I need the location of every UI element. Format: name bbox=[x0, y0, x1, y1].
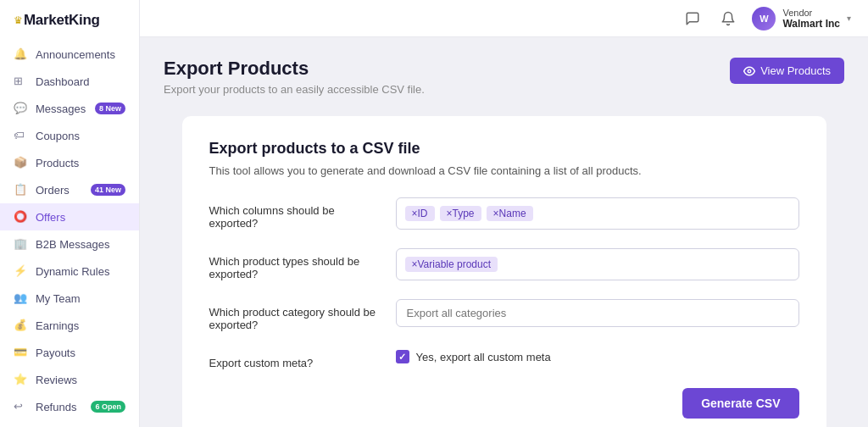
sidebar-item-earnings[interactable]: 💰Earnings bbox=[0, 312, 139, 339]
sidebar-nav: 🔔Announcements⊞Dashboard💬Messages8 New🏷C… bbox=[0, 37, 139, 427]
sidebar-item-payouts[interactable]: 💳Payouts bbox=[0, 339, 139, 366]
custom-meta-checkbox-row: Yes, export all custom meta bbox=[396, 350, 799, 363]
coupons-icon: 🏷 bbox=[14, 129, 27, 142]
vendor-avatar: W bbox=[752, 7, 776, 30]
b2b-messages-icon: 🏢 bbox=[14, 237, 27, 251]
category-row: Which product category should be exporte… bbox=[209, 299, 799, 331]
sidebar-item-label-messages: Messages bbox=[36, 103, 86, 115]
tag-name[interactable]: ×Name bbox=[487, 206, 533, 221]
bell-icon[interactable] bbox=[716, 7, 740, 30]
sidebar-item-announcements[interactable]: 🔔Announcements bbox=[0, 41, 139, 68]
offers-icon: ⭕ bbox=[14, 210, 27, 224]
announcements-icon: 🔔 bbox=[14, 47, 27, 61]
tag-variable-product[interactable]: ×Variable product bbox=[405, 257, 498, 272]
view-products-label: View Products bbox=[760, 64, 831, 77]
sidebar-item-label-reviews: Reviews bbox=[36, 374, 77, 386]
export-card: Export products to a CSV file This tool … bbox=[182, 116, 826, 427]
topbar: W Vendor Walmart Inc ▾ bbox=[140, 0, 868, 37]
sidebar-item-label-offers: Offers bbox=[36, 211, 65, 224]
reviews-icon: ⭐ bbox=[14, 373, 27, 386]
refunds-icon: ↩ bbox=[14, 400, 27, 413]
orders-icon: 📋 bbox=[14, 183, 27, 197]
sidebar-item-coupons[interactable]: 🏷Coupons bbox=[0, 122, 139, 149]
tag-name-label: ×Name bbox=[493, 208, 526, 219]
columns-row: Which columns should be exported? ×ID ×T… bbox=[209, 197, 799, 230]
logo-text: MarketKing bbox=[24, 12, 100, 29]
vendor-dropdown[interactable]: W Vendor Walmart Inc ▾ bbox=[752, 7, 851, 30]
sidebar-item-orders[interactable]: 📋Orders41 New bbox=[0, 176, 139, 203]
columns-field[interactable]: ×ID ×Type ×Name bbox=[396, 197, 799, 230]
category-field[interactable] bbox=[396, 299, 799, 327]
custom-meta-field: Yes, export all custom meta bbox=[396, 350, 799, 363]
logo-crown-icon: ♛ bbox=[14, 14, 23, 26]
sidebar-item-label-coupons: Coupons bbox=[36, 130, 80, 142]
custom-meta-row: Export custom meta? Yes, export all cust… bbox=[209, 350, 799, 369]
sidebar-item-label-dynamic-rules: Dynamic Rules bbox=[36, 265, 109, 278]
tag-id[interactable]: ×ID bbox=[405, 206, 435, 221]
sidebar-item-label-my-team: My Team bbox=[36, 292, 81, 305]
product-types-row: Which product types should be exported? … bbox=[209, 248, 799, 280]
columns-label: Which columns should be exported? bbox=[209, 197, 379, 230]
product-types-field[interactable]: ×Variable product bbox=[396, 248, 799, 280]
logo: ♛ MarketKing bbox=[0, 0, 139, 37]
page-header: Export Products Export your products to … bbox=[164, 58, 844, 96]
custom-meta-checkbox[interactable] bbox=[396, 350, 409, 363]
custom-meta-label: Export custom meta? bbox=[209, 350, 379, 369]
sidebar-item-label-products: Products bbox=[36, 157, 79, 169]
badge-messages: 8 New bbox=[95, 103, 125, 114]
sidebar-item-label-announcements: Announcements bbox=[36, 48, 115, 61]
tag-type-label: ×Type bbox=[447, 208, 475, 219]
sidebar-item-b2b-messages[interactable]: 🏢B2B Messages bbox=[0, 230, 139, 258]
generate-csv-button[interactable]: Generate CSV bbox=[682, 388, 798, 419]
earnings-icon: 💰 bbox=[14, 319, 27, 332]
product-types-label: Which product types should be exported? bbox=[209, 248, 379, 280]
dynamic-rules-icon: ⚡ bbox=[14, 264, 27, 278]
sidebar-item-label-earnings: Earnings bbox=[36, 319, 79, 332]
vendor-label: Vendor bbox=[782, 8, 840, 18]
svg-point-0 bbox=[748, 69, 751, 73]
badge-orders: 41 New bbox=[91, 184, 125, 196]
custom-meta-checkbox-label: Yes, export all custom meta bbox=[416, 351, 551, 363]
sidebar-item-refunds[interactable]: ↩Refunds6 Open bbox=[0, 393, 139, 420]
category-input[interactable] bbox=[396, 299, 799, 327]
eye-icon bbox=[743, 65, 755, 77]
card-description: This tool allows you to generate and dow… bbox=[209, 164, 799, 177]
page-title: Export Products bbox=[164, 58, 425, 80]
main-area: W Vendor Walmart Inc ▾ Export Products E… bbox=[140, 0, 868, 427]
sidebar-item-label-orders: Orders bbox=[36, 184, 70, 197]
payouts-icon: 💳 bbox=[14, 346, 27, 359]
badge-refunds: 6 Open bbox=[91, 401, 125, 413]
sidebar-item-label-b2b-messages: B2B Messages bbox=[36, 238, 109, 251]
sidebar-item-offers[interactable]: ⭕Offers bbox=[0, 203, 139, 230]
chat-icon[interactable] bbox=[681, 7, 704, 30]
sidebar-item-reviews[interactable]: ⭐Reviews bbox=[0, 366, 139, 393]
page-subtitle: Export your products to an easily access… bbox=[164, 83, 425, 96]
tag-id-label: ×ID bbox=[412, 208, 428, 219]
category-label: Which product category should be exporte… bbox=[209, 299, 379, 331]
vendor-name: Walmart Inc bbox=[782, 18, 840, 30]
sidebar-item-messages[interactable]: 💬Messages8 New bbox=[0, 95, 139, 122]
sidebar-item-dashboard[interactable]: ⊞Dashboard bbox=[0, 68, 139, 95]
sidebar: ♛ MarketKing 🔔Announcements⊞Dashboard💬Me… bbox=[0, 0, 140, 427]
sidebar-item-label-dashboard: Dashboard bbox=[36, 75, 90, 88]
columns-tags-input[interactable]: ×ID ×Type ×Name bbox=[396, 197, 799, 230]
sidebar-item-label-payouts: Payouts bbox=[36, 347, 75, 359]
dashboard-icon: ⊞ bbox=[14, 75, 27, 88]
my-team-icon: 👥 bbox=[14, 291, 27, 305]
generate-row: Generate CSV bbox=[209, 388, 799, 419]
page-content: Export Products Export your products to … bbox=[140, 37, 868, 427]
view-products-button[interactable]: View Products bbox=[730, 58, 844, 84]
chevron-down-icon: ▾ bbox=[847, 14, 851, 23]
sidebar-item-products[interactable]: 📦Products bbox=[0, 149, 139, 176]
sidebar-item-docs[interactable]: 📄Docs bbox=[0, 420, 139, 427]
sidebar-item-label-refunds: Refunds bbox=[36, 401, 76, 413]
sidebar-item-my-team[interactable]: 👥My Team bbox=[0, 285, 139, 312]
messages-icon: 💬 bbox=[14, 102, 27, 115]
sidebar-item-dynamic-rules[interactable]: ⚡Dynamic Rules bbox=[0, 258, 139, 285]
card-title: Export products to a CSV file bbox=[209, 140, 799, 158]
tag-type[interactable]: ×Type bbox=[440, 206, 481, 221]
tag-variable-product-label: ×Variable product bbox=[412, 258, 492, 270]
product-types-tags-input[interactable]: ×Variable product bbox=[396, 248, 799, 280]
products-icon: 📦 bbox=[14, 156, 27, 169]
